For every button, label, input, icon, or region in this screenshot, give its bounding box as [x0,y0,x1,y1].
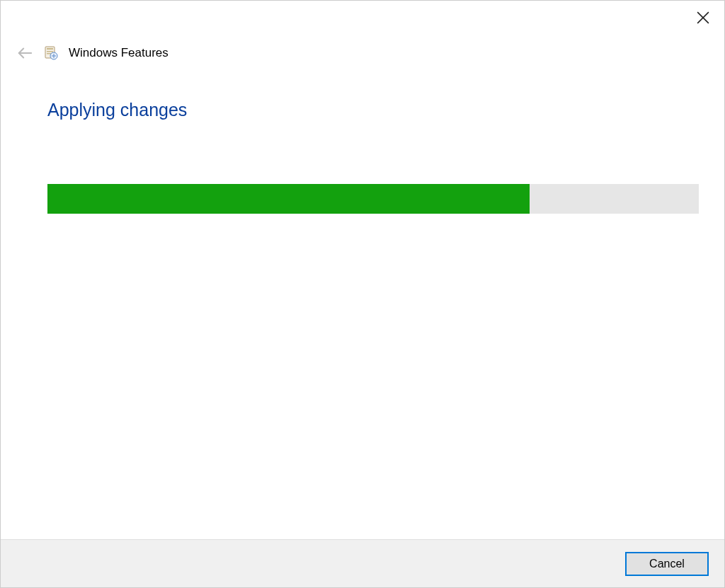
close-icon[interactable] [695,9,712,26]
cancel-button[interactable]: Cancel [625,552,709,576]
svg-rect-4 [47,48,53,50]
page-heading: Applying changes [47,100,699,120]
windows-features-icon [43,45,59,61]
progress-bar [47,184,699,214]
window-title: Windows Features [69,46,169,60]
progress-bar-fill [47,184,530,214]
title-bar: Windows Features [16,45,169,62]
back-arrow-icon [16,45,33,62]
svg-rect-5 [47,51,53,52]
dialog-footer: Cancel [1,539,724,587]
